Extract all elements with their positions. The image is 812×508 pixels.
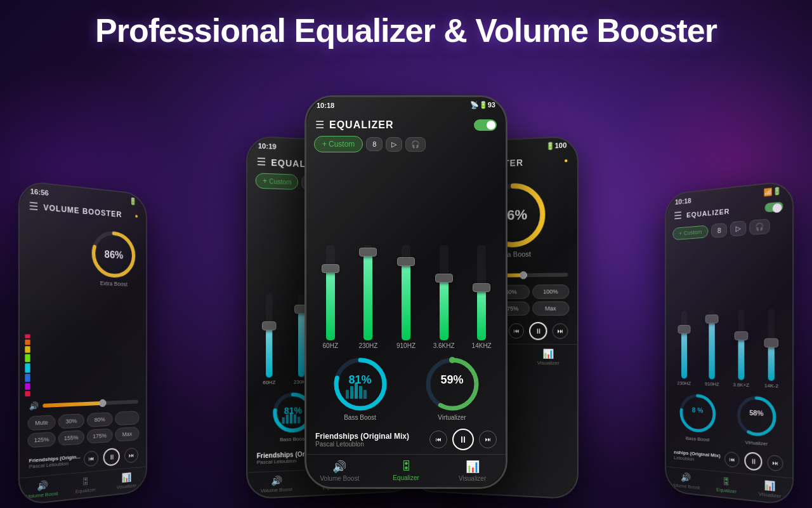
phones-container: 16:56 🔋 ☰ VOLUME BOOSTER ● — [0, 64, 812, 508]
btn-max-mr[interactable]: Max — [532, 301, 570, 316]
track-14-fr[interactable] — [768, 309, 775, 381]
btn-preset-8-center[interactable]: 8 — [366, 137, 383, 151]
btn-p8-fr[interactable]: 8 — [711, 222, 727, 237]
menu-icon-far-left[interactable]: ☰ — [29, 199, 39, 213]
btn-125-fl[interactable]: 125% — [28, 432, 56, 448]
track-230-c[interactable] — [363, 245, 372, 340]
pause-btn-mr[interactable]: ⏸ — [529, 322, 547, 340]
btn-80-fl[interactable]: 80% — [87, 412, 112, 427]
plus-icon-center: + — [322, 140, 327, 149]
thumb-36-fr[interactable] — [734, 331, 748, 340]
menu-icon-center[interactable]: ☰ — [315, 119, 324, 131]
prev-btn-fl[interactable]: ⏮ — [84, 450, 98, 467]
thumb-230-c[interactable] — [359, 248, 377, 257]
nav-eq-c[interactable]: 🎛 Equalizer — [373, 460, 440, 482]
nav-vis-mr[interactable]: 📊 Visualizer — [520, 348, 577, 366]
track-60-c[interactable] — [326, 245, 335, 340]
nav-vis-icon-fr: 📊 — [764, 480, 775, 491]
menu-icon-fr[interactable]: ☰ — [674, 210, 682, 222]
btn-custom-ml[interactable]: + Custom — [256, 173, 299, 190]
nav-vol-fl[interactable]: 🔊 Volume Boost — [20, 478, 64, 500]
dynamic-island — [374, 104, 438, 120]
eq-band-230-c: 230HZ — [351, 245, 386, 349]
nav-vis-fr[interactable]: 📊 Visualizer — [748, 478, 792, 500]
thumb-60-c[interactable] — [322, 264, 339, 273]
track-36-fr[interactable] — [738, 309, 744, 380]
bass-label-fr: Bass Boost — [686, 436, 710, 443]
track-910-fr[interactable] — [709, 310, 715, 379]
btn-175-fl[interactable]: 175% — [87, 428, 112, 443]
nav-vol-fr[interactable]: 🔊 Volume Boost — [666, 471, 706, 491]
btn-pa-fr[interactable]: ▷ — [730, 220, 747, 236]
nav-eq-fl[interactable]: 🎛 Equalizer — [64, 474, 106, 496]
nav-vis-fl[interactable]: 📊 Visualizer — [107, 471, 147, 491]
vol-thumb-fl[interactable] — [99, 399, 106, 407]
btn-mute-fl[interactable]: Mute — [28, 415, 56, 431]
btn-155-fl[interactable]: 155% — [58, 430, 84, 446]
battery-mr: 🔋100 — [546, 141, 566, 150]
nav-eq-label-fl: Equalizer — [75, 486, 96, 494]
bass-widget-c: 81% Bass Boost — [319, 356, 401, 421]
next-btn-fr[interactable]: ⏭ — [768, 455, 783, 472]
btn-preset-head-center[interactable]: 🎧 — [405, 137, 426, 152]
nav-vol-c[interactable]: 🔊 Volume Boost — [306, 460, 373, 482]
btn-100-mr[interactable]: 100% — [532, 284, 570, 299]
label-36-c: 3.6KHZ — [433, 342, 455, 349]
prev-btn-c[interactable]: ⏮ — [429, 431, 447, 448]
pause-btn-fr[interactable]: ⏸ — [744, 451, 762, 471]
next-btn-mr[interactable]: ⏭ — [553, 323, 568, 339]
eq-band-60-c: 60HZ — [313, 245, 348, 349]
label-36-fr: 3.6K+Z — [733, 382, 749, 388]
thumb-36-c[interactable] — [435, 274, 453, 283]
btn-custom-center[interactable]: + Custom — [314, 136, 363, 152]
phone-far-right: 10:18 📶🔋 ☰ EQUALIZER + Custom 8 ▷ — [665, 180, 794, 505]
nav-vis-c[interactable]: 📊 Visualizer — [439, 460, 506, 482]
nav-vol-ml[interactable]: 🔊 Volume Boost — [247, 474, 305, 495]
plus-icon-ml: + — [263, 177, 267, 186]
track-230-fr[interactable] — [681, 311, 687, 378]
player-controls-mr: ⏮ ⏸ ⏭ — [509, 322, 568, 340]
next-btn-c[interactable]: ⏭ — [479, 431, 497, 448]
menu-icon-ml[interactable]: ☰ — [257, 156, 266, 168]
content-center: 10:18 📡🔋93 ☰ EQUALIZER + Custom 8 ▷ — [306, 97, 506, 487]
btn-custom-fr[interactable]: + Custom — [672, 225, 708, 240]
virt-widget-fr: 58% Virtualizer — [730, 392, 785, 448]
eq-band-36-fr: 3.6K+Z — [728, 309, 755, 388]
pause-btn-fl[interactable]: ⏸ — [103, 448, 120, 467]
prev-btn-fr[interactable]: ⏮ — [724, 451, 739, 468]
extra-boost-far-left: 86% Extra Boost — [85, 222, 141, 394]
fill-36-c — [440, 279, 449, 341]
track-14-c[interactable] — [477, 245, 486, 340]
thumb-14-c[interactable] — [473, 283, 490, 292]
now-playing-c: Friendships (Original Mix) Pascal Letoub… — [306, 425, 506, 454]
thumb-230-fr[interactable] — [678, 325, 690, 334]
btn-30-fl[interactable]: 30% — [58, 413, 84, 429]
toggle-fr[interactable] — [765, 201, 783, 212]
track-60-ml[interactable] — [266, 293, 272, 377]
thumb-910-c[interactable] — [397, 257, 415, 266]
vol-track-fl[interactable] — [43, 400, 138, 408]
toggle-center[interactable] — [474, 119, 497, 131]
label-230-c: 230HZ — [358, 342, 377, 349]
thumb-60-ml[interactable] — [262, 321, 277, 330]
fill-60-ml — [266, 327, 272, 377]
nav-eq-fr[interactable]: 🎛 Equalizer — [705, 474, 747, 496]
prev-btn-mr[interactable]: ⏮ — [509, 323, 524, 338]
track-910-c[interactable] — [402, 245, 410, 340]
bass-label-c: Bass Boost — [344, 414, 376, 421]
btn-preset-arrow-center[interactable]: ▷ — [386, 137, 402, 152]
thumb-14-fr[interactable] — [764, 338, 779, 348]
vol-thumb-mr[interactable] — [520, 271, 527, 279]
track-36-c[interactable] — [440, 245, 449, 340]
btn-ph-fr[interactable]: 🎧 — [750, 218, 770, 235]
preset-row-center: + Custom 8 ▷ 🎧 — [306, 133, 506, 155]
track-230-ml[interactable] — [298, 294, 304, 377]
btn-max-fl[interactable]: Max — [115, 427, 140, 442]
nav-vol-icon-fr: 🔊 — [681, 472, 690, 483]
eq-area-fr: 230HZ 910HZ 3.6K+Z — [666, 234, 792, 392]
thumb-910-fr[interactable] — [705, 314, 719, 323]
pause-btn-c[interactable]: ⏸ — [452, 429, 474, 450]
next-btn-fl[interactable]: ⏭ — [124, 448, 138, 464]
plus-fr: + — [679, 230, 682, 236]
time-center: 10:18 — [317, 102, 334, 109]
